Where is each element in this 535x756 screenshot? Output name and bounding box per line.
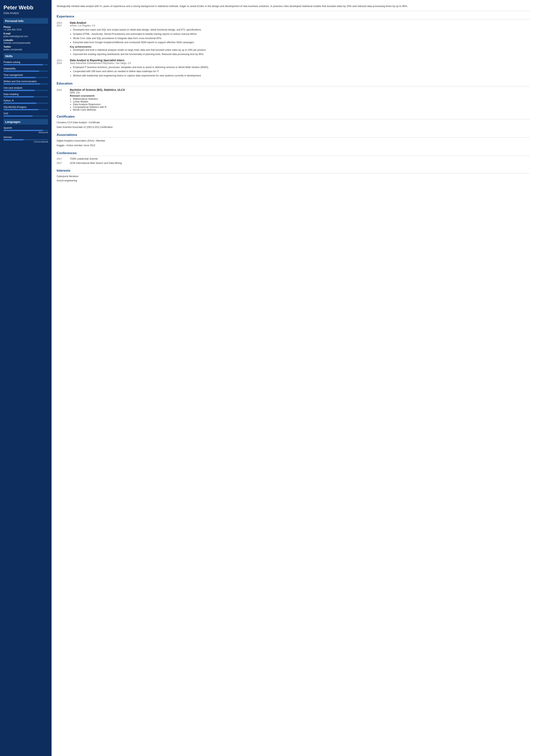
- interest-item: Cyberpunk literature: [57, 174, 530, 178]
- skill-item: Use-case analysis: [4, 87, 48, 91]
- interests-section: Interests Cyberpunk literatureSound engi…: [57, 169, 530, 183]
- skills-header: Skills: [4, 53, 48, 59]
- education-section: Education 2013 Bachelor of Science (BS),…: [57, 82, 530, 111]
- skills-list: Problem-solving Adaptability Time manage…: [4, 61, 48, 117]
- contact-item: Phone+1-299-456-7878: [4, 26, 48, 31]
- experience-list: 2014 -2017 Data Analyst mPyre, Los Angel…: [57, 21, 530, 78]
- certificate-item: Data Scientist Associate v2 (DECA-DS) Ce…: [57, 125, 530, 129]
- associations-header: Associations: [57, 133, 530, 138]
- summary-text: Strategically-minded data analyst with 5…: [57, 4, 530, 11]
- certificates-section: Certificates Cloudera CCA Data Analyst—C…: [57, 115, 530, 129]
- contact-item: E-mailpeter.webb@gmail.com: [4, 32, 48, 38]
- certificates-list: Cloudera CCA Data Analyst—CertificateDat…: [57, 120, 530, 129]
- skill-item: Time management: [4, 74, 48, 78]
- experience-entry: 2014 -2017 Data Analyst mPyre, Los Angel…: [57, 21, 530, 57]
- job-title: Data Analyst: [4, 12, 48, 14]
- interests-header: Interests: [57, 169, 530, 174]
- certificates-header: Certificates: [57, 115, 530, 119]
- contact-list: Phone+1-299-456-7878E-mailpeter.webb@gma…: [4, 26, 48, 51]
- conferences-list: 2017TDWI Leadership Summit2017ACM Intern…: [57, 157, 530, 165]
- conferences-header: Conferences: [57, 151, 530, 156]
- contact-item: Twittertwitter.com/pwebb: [4, 45, 48, 51]
- association-item: Digital Analytics Association (DAA)—Memb…: [57, 138, 530, 143]
- personal-info-header: Personal Info: [4, 18, 48, 24]
- skill-item: Problem-solving: [4, 61, 48, 65]
- conference-item: 2017TDWI Leadership Summit: [57, 157, 530, 161]
- certificate-item: Cloudera CCA Data Analyst—Certificate: [57, 120, 530, 125]
- contact-item: LinkedInlinkedin.com/in/peterwebb: [4, 39, 48, 44]
- languages-header: Languages: [4, 119, 48, 124]
- experience-entry: 2013 -2014 Data Analyst & Reporting Spec…: [57, 59, 530, 78]
- conferences-section: Conferences 2017TDWI Leadership Summit20…: [57, 151, 530, 165]
- association-item: Kaggle—Active member since 2012: [57, 143, 530, 148]
- language-item: German Conversational: [4, 136, 48, 143]
- skill-item: SQL/MySQL/Postgres: [4, 106, 48, 110]
- skill-item: Data modeling: [4, 93, 48, 97]
- experience-section: Experience 2014 -2017 Data Analyst mPyre…: [57, 14, 530, 78]
- skill-item: Python, R: [4, 99, 48, 104]
- skill-item: Adaptability: [4, 67, 48, 72]
- skill-item: Written and Oral communication: [4, 80, 48, 85]
- sidebar: Peter Webb Data Analyst Personal Info Ph…: [0, 0, 51, 756]
- languages-list: Spanish Advanced German Conversational: [4, 126, 48, 143]
- education-header: Education: [57, 82, 530, 86]
- associations-list: Digital Analytics Association (DAA)—Memb…: [57, 138, 530, 148]
- main-content: Strategically-minded data analyst with 5…: [51, 0, 535, 756]
- candidate-name: Peter Webb: [4, 5, 48, 11]
- experience-header: Experience: [57, 14, 530, 19]
- interests-list: Cyberpunk literatureSound engineering: [57, 174, 530, 183]
- associations-section: Associations Digital Analytics Associati…: [57, 133, 530, 148]
- education-list: 2013 Bachelor of Science (BS), Statistic…: [57, 88, 530, 111]
- interest-item: Sound engineering: [57, 178, 530, 183]
- language-item: Spanish Advanced: [4, 126, 48, 134]
- conference-item: 2017ACM International Web Search and Dat…: [57, 161, 530, 165]
- skill-item: SAS: [4, 112, 48, 117]
- education-entry: 2013 Bachelor of Science (BS), Statistic…: [57, 88, 530, 111]
